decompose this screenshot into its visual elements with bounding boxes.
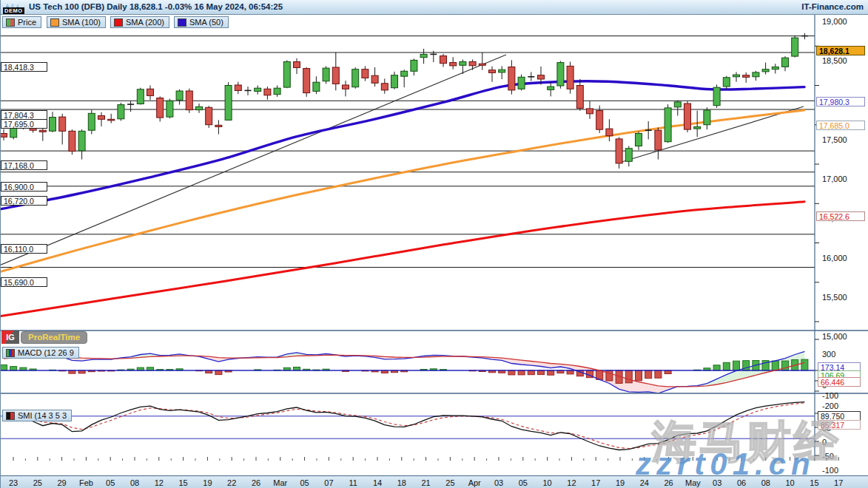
sma100-swatch-icon <box>50 18 59 27</box>
x-label-25: 25 <box>33 478 42 487</box>
x-label-03: 03 <box>494 478 503 487</box>
x-label-26: 26 <box>664 478 673 487</box>
smi-panel-label[interactable]: SMI (14 3 5 3 <box>2 410 72 421</box>
x-label-14: 14 <box>373 478 382 487</box>
x-label-22: 22 <box>227 478 236 487</box>
title-bar: DEMO US Tech 100 (DFB) Daily 18,628.1 -0… <box>1 0 868 15</box>
x-label-10: 10 <box>785 478 794 487</box>
legend-sma100-label: SMA (100) <box>62 18 101 27</box>
x-label-21: 21 <box>421 478 430 487</box>
x-label-10: 10 <box>542 478 551 487</box>
x-label-05: 05 <box>519 478 528 487</box>
price-tick-18,500: 18,500 <box>822 56 847 65</box>
x-label-12: 12 <box>155 478 164 487</box>
x-label-05: 05 <box>300 478 309 487</box>
price-tick-16,000: 16,000 <box>822 254 847 262</box>
legend-sma50-chip[interactable]: SMA (50) <box>174 16 229 28</box>
prorealtime-chart-window: DEMO US Tech 100 (DFB) Daily 18,628.1 -0… <box>0 0 868 488</box>
x-label-08: 08 <box>130 478 139 487</box>
macd-tick--100: -100 <box>822 391 838 400</box>
badge-macd-signal-line: 66.446 <box>818 377 861 387</box>
prt-mini-candles-icon: DEMO <box>3 1 25 14</box>
x-label-24: 24 <box>640 478 649 487</box>
badge-last-price: 18,628.1 <box>816 46 865 55</box>
smi-tick--50: -50 <box>822 452 834 461</box>
x-label-08: 08 <box>761 478 770 487</box>
x-label-11: 11 <box>349 478 357 487</box>
price-tick-17,500: 17,500 <box>822 135 847 144</box>
time-axis[interactable]: 232529Feb05081215192226Mar05071114182125… <box>1 475 868 488</box>
price-tick-19,000: 19,000 <box>822 17 847 26</box>
level-label-15,690.0: 15,690.0 <box>1 277 47 287</box>
price-swatch-icon <box>6 18 15 27</box>
x-label-07: 07 <box>324 478 333 487</box>
level-label-16,720.0: 16,720.0 <box>1 196 47 206</box>
x-label-29: 29 <box>57 478 66 487</box>
x-label-Mar: Mar <box>273 478 287 487</box>
panel-frame <box>1 0 868 461</box>
x-label-03: 03 <box>713 478 721 487</box>
x-label-26: 26 <box>252 478 260 487</box>
legend-price-chip[interactable]: Price <box>2 16 41 28</box>
x-label-18: 18 <box>397 478 406 487</box>
price-tick-15,500: 15,500 <box>822 293 847 302</box>
sma50-swatch-icon <box>178 18 186 27</box>
level-label-18,418.3: 18,418.3 <box>1 62 47 72</box>
badge-sma50-value: 17,980.3 <box>816 97 865 106</box>
smi-panel <box>1 402 815 450</box>
level-label-16,110.0: 16,110.0 <box>1 244 47 254</box>
price-tick-17,000: 17,000 <box>822 174 847 183</box>
x-label-25: 25 <box>445 478 454 487</box>
x-label-May: May <box>685 478 701 487</box>
level-label-17,168.0: 17,168.0 <box>1 160 47 170</box>
ig-logo: IG <box>1 331 19 344</box>
instrument-title: US Tech 100 (DFB) Daily 18,628.1 -0.03% … <box>29 2 283 11</box>
x-label-19: 19 <box>616 478 625 487</box>
macd-tick-300: 300 <box>822 350 835 359</box>
smi-tick-0: 0 <box>822 438 827 447</box>
x-label-17: 17 <box>834 478 843 487</box>
x-label-15: 15 <box>810 478 818 487</box>
macd-label-text: MACD (12 26 9 <box>18 348 74 357</box>
x-label-12: 12 <box>567 478 576 487</box>
smi-tick--100: -100 <box>822 466 838 475</box>
x-label-19: 19 <box>203 478 212 487</box>
price-tick-15,000: 15,000 <box>822 332 847 341</box>
smi-label-text: SMI (14 3 5 3 <box>18 411 67 420</box>
it-finance-credit: IT-Finance.com <box>801 2 864 11</box>
prorealtime-logo: IG ProRealTime <box>1 330 87 345</box>
macd-icon <box>6 349 15 357</box>
x-label-05: 05 <box>106 478 115 487</box>
macd-panel-label[interactable]: MACD (12 26 9 <box>2 347 79 359</box>
chart-canvas[interactable] <box>1 0 868 461</box>
x-label-23: 23 <box>9 478 18 487</box>
legend-price-label: Price <box>18 18 36 27</box>
demo-badge: DEMO <box>3 7 24 14</box>
legend-sma50-label: SMA (50) <box>189 18 223 27</box>
badge-smi-smi-signal: 85.317 <box>818 420 861 430</box>
x-label-06: 06 <box>737 478 746 487</box>
price-panel <box>1 36 815 316</box>
legend-sma200-chip[interactable]: SMA (200) <box>110 16 169 28</box>
macd-panel <box>1 351 815 393</box>
x-label-Apr: Apr <box>468 478 481 487</box>
macd-tick--200: -200 <box>822 401 838 410</box>
x-label-15: 15 <box>178 478 187 487</box>
level-label-17,695.0: 17,695.0 <box>1 119 47 129</box>
x-label-17: 17 <box>591 478 600 487</box>
x-label-Feb: Feb <box>79 478 93 487</box>
legend-sma200-label: SMA (200) <box>126 18 164 27</box>
prorealtime-wordmark: ProRealTime <box>21 331 87 344</box>
smi-icon <box>6 412 15 420</box>
badge-sma100-value: 17,685.0 <box>816 121 865 130</box>
legend-sma100-chip[interactable]: SMA (100) <box>47 16 106 28</box>
badge-sma200-value: 16,522.6 <box>816 211 865 221</box>
sma200-swatch-icon <box>114 18 123 27</box>
level-label-16,900.0: 16,900.0 <box>1 182 47 192</box>
